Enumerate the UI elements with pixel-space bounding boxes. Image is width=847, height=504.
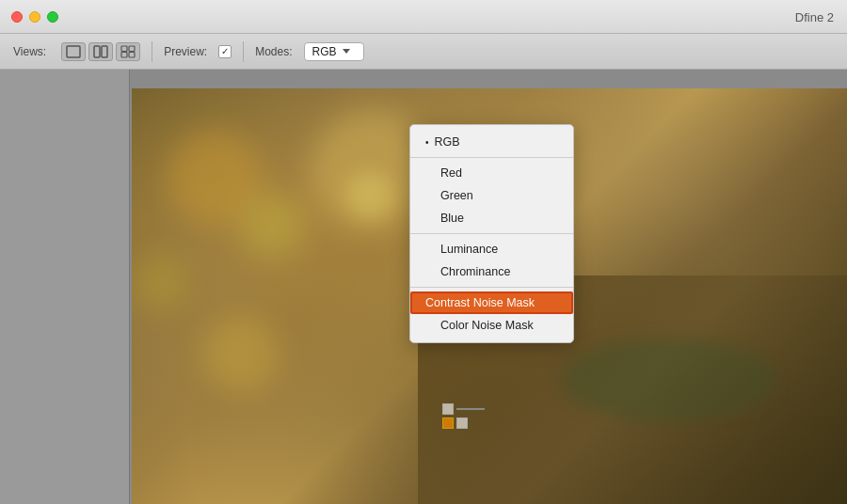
widget-row-1	[442, 403, 485, 415]
preview-group: Preview: ✓	[164, 45, 232, 58]
svg-rect-5	[121, 52, 127, 57]
menu-item-red-label: Red	[440, 166, 462, 180]
bullet-rgb: •	[425, 137, 429, 148]
titlebar: Dfine 2	[0, 0, 847, 34]
menu-separator-2	[410, 233, 573, 234]
menu-item-luminance[interactable]: Luminance	[410, 238, 573, 260]
widget-box-1	[442, 403, 454, 415]
widget-box-3	[456, 417, 468, 429]
preview-check-mark: ✓	[221, 46, 229, 56]
widget-overlay	[442, 403, 485, 429]
preview-label: Preview:	[164, 45, 207, 58]
menu-item-contrast-noise-mask-label: Contrast Noise Mask	[425, 296, 535, 309]
close-button[interactable]	[11, 11, 23, 23]
menu-item-color-noise-mask-label: Color Noise Mask	[440, 319, 534, 332]
menu-item-contrast-noise-mask[interactable]: Contrast Noise Mask	[410, 291, 573, 314]
view-single-button[interactable]	[61, 42, 86, 61]
toolbar-separator-1	[152, 41, 152, 62]
modes-label: Modes:	[255, 45, 292, 58]
menu-item-rgb-label: RGB	[435, 135, 460, 149]
menu-item-chrominance[interactable]: Chrominance	[410, 260, 573, 283]
toolbar: Views:	[0, 34, 847, 70]
widget-box-2	[442, 417, 454, 429]
views-group: Views:	[13, 42, 140, 61]
preview-checkbox[interactable]: ✓	[218, 45, 232, 58]
modes-dropdown-value: RGB	[312, 45, 337, 58]
view-grid-button[interactable]	[116, 42, 140, 61]
svg-rect-0	[67, 46, 80, 57]
toolbar-separator-2	[243, 41, 244, 62]
menu-item-green-label: Green	[440, 189, 473, 202]
svg-rect-1	[94, 46, 100, 57]
app-title: Dfine 2	[795, 9, 834, 24]
menu-item-red[interactable]: Red	[410, 162, 573, 184]
svg-rect-2	[102, 46, 107, 57]
main-area: • RGB Red Green Blue Luminance Chrominan…	[0, 70, 847, 504]
menu-item-rgb[interactable]: • RGB	[410, 131, 573, 153]
window-controls	[11, 11, 58, 23]
maximize-button[interactable]	[47, 11, 58, 23]
view-split-button[interactable]	[88, 42, 113, 61]
menu-item-luminance-label: Luminance	[440, 243, 498, 256]
svg-rect-6	[129, 52, 135, 57]
menu-item-chrominance-label: Chrominance	[440, 265, 510, 278]
view-icons	[61, 42, 140, 61]
left-sidebar	[0, 70, 130, 504]
svg-rect-3	[121, 46, 127, 52]
minimize-button[interactable]	[29, 11, 40, 23]
menu-item-blue-label: Blue	[440, 212, 464, 225]
menu-item-green[interactable]: Green	[410, 184, 573, 207]
modes-dropdown-menu: • RGB Red Green Blue Luminance Chrominan…	[409, 124, 574, 343]
modes-group: Modes: RGB	[255, 42, 363, 61]
dropdown-arrow-icon	[343, 49, 350, 54]
widget-row-2	[442, 417, 485, 429]
menu-item-blue[interactable]: Blue	[410, 207, 573, 229]
menu-separator-3	[410, 287, 573, 288]
views-label: Views:	[13, 45, 46, 58]
menu-separator-1	[410, 157, 573, 158]
widget-line-1	[456, 408, 485, 410]
menu-item-color-noise-mask[interactable]: Color Noise Mask	[410, 314, 573, 337]
svg-rect-4	[129, 46, 135, 52]
modes-dropdown[interactable]: RGB	[304, 42, 364, 61]
